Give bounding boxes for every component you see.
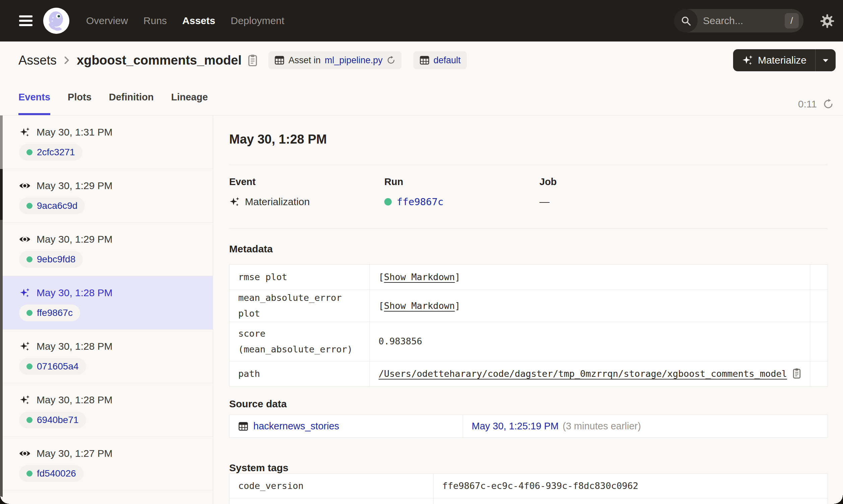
event-list-item[interactable]: May 30, 1:27 PM fd540026 [0, 437, 213, 490]
table-row: mean_absolute_error plot [Show Markdown] [229, 290, 828, 322]
observation-eye-icon [19, 449, 31, 457]
code-location-file-link[interactable]: ml_pipeline.py [325, 55, 383, 66]
run-id-pill[interactable]: fd540026 [19, 465, 83, 482]
source-data-heading: Source data [229, 398, 287, 410]
metadata-key: path [229, 361, 370, 386]
event-column-label: Event [229, 176, 384, 187]
refresh-timer: 0:11 [798, 98, 833, 110]
materialize-dropdown-caret[interactable] [815, 49, 836, 71]
run-id-link: fd540026 [37, 468, 76, 479]
empty-cell [810, 265, 828, 290]
nav-item-deployment[interactable]: Deployment [230, 15, 284, 26]
group-badge[interactable]: default [413, 51, 467, 69]
run-status-dot [384, 198, 392, 205]
metadata-key: rmse plot [229, 265, 370, 290]
hamburger-menu-icon[interactable] [19, 15, 33, 26]
asset-tabs: Events Plots Definition Lineage [18, 79, 208, 115]
event-time: May 30, 1:28 PM [36, 287, 113, 299]
run-column-label: Run [384, 176, 539, 187]
source-time-link[interactable]: May 30, 1:25:19 PM [472, 421, 559, 431]
tab-plots[interactable]: Plots [68, 79, 91, 115]
table-row: code_version ffe9867c-ec9c-4f06-939c-f8d… [229, 474, 828, 498]
breadcrumb-assets-link[interactable]: Assets [18, 53, 57, 68]
job-value: — [539, 196, 550, 208]
run-id-link: 9aca6c9d [37, 200, 78, 211]
event-time: May 30, 1:27 PM [36, 448, 113, 459]
dagster-app-window: Overview Runs Assets Deployment / [0, 0, 843, 504]
event-list-item[interactable]: May 30, 1:28 PM 6940be71 [0, 383, 213, 437]
nav-item-overview[interactable]: Overview [86, 15, 128, 26]
source-asset-link[interactable]: hackernews_stories [238, 418, 454, 435]
tab-definition[interactable]: Definition [109, 79, 154, 115]
materialization-sparkle-icon [19, 127, 31, 138]
system-tag-key [229, 498, 433, 504]
run-id-pill[interactable]: 071605a4 [19, 358, 86, 375]
empty-cell [810, 322, 828, 361]
search-shortcut-badge: / [785, 13, 799, 29]
event-list-item[interactable]: May 30, 1:31 PM 2cfc3271 [0, 115, 213, 169]
copy-path-icon[interactable] [792, 368, 801, 379]
run-id-link[interactable]: ffe9867c [397, 196, 444, 208]
run-id-link: ffe9867c [37, 308, 73, 318]
path-link[interactable]: /Users/odetteharary/code/dagster/tmp_0mz… [379, 368, 787, 379]
metadata-value: 0.983856 [369, 322, 810, 361]
refresh-icon[interactable] [823, 99, 833, 109]
metadata-heading: Metadata [229, 243, 273, 255]
copy-asset-name-icon[interactable] [247, 54, 258, 67]
observation-eye-icon [19, 235, 31, 243]
code-location-badge[interactable]: Asset in ml_pipeline.py [269, 51, 401, 69]
divider [229, 165, 828, 165]
divider [229, 228, 828, 229]
run-status-dot [27, 470, 33, 476]
dagster-logo[interactable] [43, 8, 69, 34]
materialization-sparkle-icon [19, 395, 31, 405]
show-markdown-link[interactable]: [Show Markdown] [379, 301, 460, 311]
refresh-countdown: 0:11 [798, 98, 817, 110]
reload-icon[interactable] [386, 56, 395, 65]
sidebar-scrollbar[interactable] [0, 115, 3, 497]
run-status-dot [27, 256, 33, 263]
tab-lineage[interactable]: Lineage [171, 79, 208, 115]
table-row [229, 498, 828, 504]
materialization-sparkle-icon [229, 196, 240, 207]
materialize-button[interactable]: Materialize [733, 49, 815, 71]
run-id-pill[interactable]: 2cfc3271 [19, 144, 82, 161]
system-tags-table: code_version ffe9867c-ec9c-4f06-939c-f8d… [229, 473, 828, 504]
event-list-sidebar: May 30, 1:31 PM 2cfc3271 May 30, 1:29 PM… [0, 115, 213, 504]
metadata-key: score (mean_absolute_error) [229, 322, 370, 361]
system-tag-value: ffe9867c-ec9c-4f06-939c-f8dc830c0962 [433, 474, 828, 498]
run-id-pill[interactable]: 6940be71 [19, 412, 86, 428]
run-id-link: 071605a4 [37, 361, 79, 372]
metadata-key: mean_absolute_error plot [229, 290, 370, 322]
run-status-dot [27, 149, 33, 155]
top-nav-bar: Overview Runs Assets Deployment / [0, 0, 843, 41]
run-status-dot [27, 363, 33, 370]
run-status-dot [27, 310, 33, 316]
event-time: May 30, 1:29 PM [36, 234, 113, 245]
event-list-item[interactable]: May 30, 1:29 PM 9aca6c9d [0, 169, 213, 222]
run-id-pill[interactable]: ffe9867c [19, 305, 80, 321]
run-id-pill[interactable]: 9aca6c9d [19, 197, 85, 214]
nav-item-runs[interactable]: Runs [143, 15, 167, 26]
asset-name-title: xgboost_comments_model [77, 53, 242, 68]
asset-tabs-row: Events Plots Definition Lineage 0:11 [0, 79, 843, 115]
asset-header-row: Assets xgboost_comments_model Asset in m… [0, 41, 843, 79]
event-list-item[interactable]: May 30, 1:28 PM 071605a4 [0, 330, 213, 383]
event-detail-title: May 30, 1:28 PM [229, 132, 327, 147]
run-id-link: 9ebc9fd8 [37, 254, 75, 265]
nav-item-assets[interactable]: Assets [182, 15, 215, 26]
event-summary-columns: Event Materialization Run ffe9867c Job — [229, 176, 694, 208]
tab-events[interactable]: Events [18, 79, 50, 115]
show-markdown-link[interactable]: [Show Markdown] [379, 272, 460, 282]
search-input[interactable] [703, 15, 775, 26]
source-time-note: (3 minutes earlier) [563, 421, 641, 431]
event-list-item[interactable]: May 30, 1:29 PM 9ebc9fd8 [0, 222, 213, 276]
system-tag-key: code_version [229, 474, 433, 498]
run-id-pill[interactable]: 9ebc9fd8 [19, 251, 83, 268]
global-search[interactable]: / [674, 9, 804, 33]
chevron-down-icon [822, 58, 829, 62]
materialization-sparkle-icon [19, 287, 31, 298]
event-list-item-selected[interactable]: May 30, 1:28 PM ffe9867c [0, 276, 213, 330]
gear-icon[interactable] [820, 13, 835, 29]
source-asset-name: hackernews_stories [253, 418, 339, 435]
